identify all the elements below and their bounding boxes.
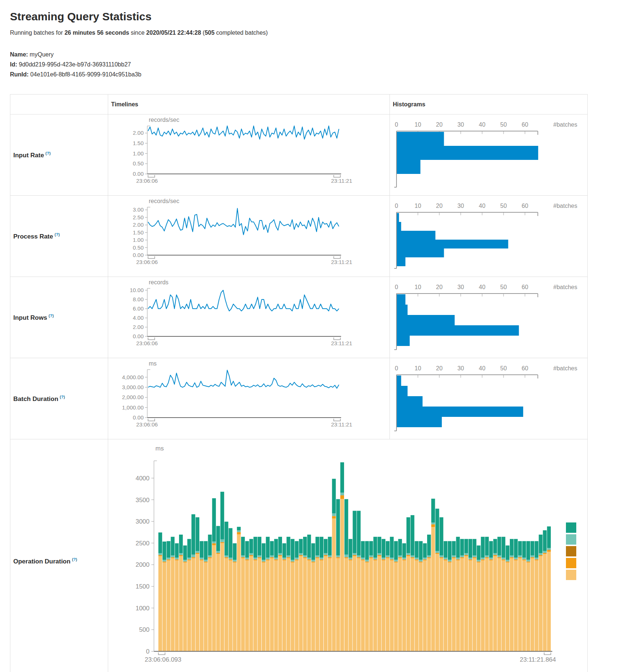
input-rows-row: Input Rows(?) records0.002.004.006.008.0… bbox=[10, 277, 588, 358]
svg-text:0.00: 0.00 bbox=[133, 414, 144, 421]
svg-text:23:06:06: 23:06:06 bbox=[136, 421, 158, 428]
running-batches-summary: Running batches for 26 minutes 56 second… bbox=[10, 30, 615, 36]
svg-text:20: 20 bbox=[436, 284, 443, 290]
svg-text:#batches: #batches bbox=[553, 121, 577, 128]
svg-text:40: 40 bbox=[479, 365, 485, 371]
svg-text:6.00: 6.00 bbox=[133, 305, 144, 312]
statistics-table: Timelines Histograms Input Rate(?) recor… bbox=[10, 94, 588, 672]
process-rate-label-cell: Process Rate(?) bbox=[10, 196, 108, 277]
svg-text:500: 500 bbox=[139, 626, 150, 633]
query-id-value: 9d0dd219-995d-423e-b97d-36931110bb27 bbox=[19, 61, 131, 68]
summary-timestamp: 2020/05/21 22:44:28 bbox=[146, 30, 201, 36]
svg-text:2000: 2000 bbox=[135, 561, 150, 568]
svg-text:1,000.00: 1,000.00 bbox=[122, 404, 144, 411]
input-rows-timeline-cell: records0.002.004.006.008.0010.0023:06:06… bbox=[108, 277, 390, 358]
process-rate-label: Process Rate bbox=[13, 233, 53, 240]
query-id-row: Id: 9d0dd219-995d-423e-b97d-36931110bb27 bbox=[10, 59, 615, 69]
process-rate-help-icon[interactable]: (?) bbox=[55, 232, 60, 237]
svg-text:23:06:06.093: 23:06:06.093 bbox=[145, 656, 181, 663]
summary-prefix: Running batches for bbox=[10, 30, 65, 36]
svg-text:1500: 1500 bbox=[135, 583, 150, 590]
operation-duration-stacked-chart[interactable]: ms0500100015002000250030003500400023:06:… bbox=[110, 442, 587, 672]
process-rate-histogram-chart[interactable]: 0102030405060#batches bbox=[392, 198, 585, 273]
svg-text:30: 30 bbox=[457, 203, 464, 209]
svg-text:23:11:21: 23:11:21 bbox=[331, 178, 352, 184]
operation-duration-label-cell: Operation Duration(?) bbox=[10, 439, 108, 672]
svg-text:10: 10 bbox=[415, 284, 421, 290]
svg-text:10: 10 bbox=[415, 121, 421, 128]
svg-text:1.50: 1.50 bbox=[133, 229, 144, 236]
input-rate-timeline-chart[interactable]: records/sec0.000.501.001.502.0023:06:062… bbox=[110, 116, 354, 192]
operation-duration-help-icon[interactable]: (?) bbox=[72, 557, 77, 562]
input-rate-histogram-chart[interactable]: 0102030405060#batches bbox=[392, 116, 585, 192]
svg-text:0.50: 0.50 bbox=[133, 244, 144, 251]
svg-text:1.00: 1.00 bbox=[133, 150, 144, 157]
svg-text:10: 10 bbox=[415, 365, 421, 371]
svg-text:1000: 1000 bbox=[135, 605, 150, 612]
svg-text:4,000.00: 4,000.00 bbox=[122, 374, 144, 380]
svg-text:60: 60 bbox=[522, 203, 528, 209]
svg-text:#batches: #batches bbox=[553, 284, 577, 290]
batch-duration-timeline-chart[interactable]: ms0.001,000.002,000.003,000.004,000.0023… bbox=[110, 360, 354, 436]
process-rate-timeline-chart[interactable]: records/sec0.000.501.001.502.002.503.002… bbox=[110, 198, 354, 273]
svg-text:30: 30 bbox=[457, 284, 464, 290]
svg-text:4.00: 4.00 bbox=[133, 315, 144, 321]
operation-duration-label: Operation Duration bbox=[13, 558, 71, 565]
operation-duration-chart-cell: ms0500100015002000250030003500400023:06:… bbox=[108, 439, 588, 672]
svg-text:ms: ms bbox=[155, 445, 164, 452]
svg-text:1.50: 1.50 bbox=[133, 140, 144, 146]
legend-swatch-light-teal bbox=[566, 534, 576, 545]
svg-text:30: 30 bbox=[457, 365, 464, 371]
summary-batch-count: 505 bbox=[205, 30, 214, 36]
svg-text:ms: ms bbox=[149, 360, 157, 367]
summary-open-paren: ( bbox=[201, 30, 205, 36]
timelines-column-header: Timelines bbox=[108, 95, 390, 114]
batch-duration-help-icon[interactable]: (?) bbox=[60, 395, 65, 399]
input-rows-histogram-chart[interactable]: 0102030405060#batches bbox=[392, 279, 585, 354]
svg-text:records/sec: records/sec bbox=[149, 117, 179, 123]
summary-mid: since bbox=[129, 30, 146, 36]
svg-text:1.00: 1.00 bbox=[133, 237, 144, 243]
svg-text:40: 40 bbox=[479, 121, 485, 128]
input-rows-histogram-cell: 0102030405060#batches bbox=[390, 277, 588, 358]
svg-text:0: 0 bbox=[395, 203, 398, 209]
query-runid-value: 04e101e6-8bf8-4165-9099-9104c951ba3b bbox=[30, 71, 141, 78]
query-metadata: Name: myQuery Id: 9d0dd219-995d-423e-b97… bbox=[10, 49, 615, 79]
legend-swatch-teal bbox=[566, 522, 576, 533]
batch-duration-timeline-cell: ms0.001,000.002,000.003,000.004,000.0023… bbox=[108, 358, 390, 439]
operation-duration-row: Operation Duration(?) ms0500100015002000… bbox=[10, 439, 588, 672]
input-rate-timeline-cell: records/sec0.000.501.001.502.0023:06:062… bbox=[108, 114, 390, 196]
histograms-column-header: Histograms bbox=[390, 95, 588, 114]
page-title: Streaming Query Statistics bbox=[10, 10, 615, 23]
streaming-query-statistics-page: Streaming Query Statistics Running batch… bbox=[0, 0, 625, 672]
svg-text:10.00: 10.00 bbox=[130, 287, 144, 293]
svg-text:23:06:06: 23:06:06 bbox=[136, 178, 158, 184]
query-runid-row: RunId: 04e101e6-8bf8-4165-9099-9104c951b… bbox=[10, 69, 615, 79]
batch-duration-label-cell: Batch Duration(?) bbox=[10, 358, 108, 439]
svg-text:0: 0 bbox=[395, 284, 398, 290]
legend-swatch-dark-amber bbox=[566, 546, 576, 556]
input-rate-help-icon[interactable]: (?) bbox=[45, 151, 51, 155]
svg-text:0.00: 0.00 bbox=[133, 252, 144, 258]
svg-text:2500: 2500 bbox=[135, 540, 150, 547]
svg-text:10: 10 bbox=[415, 203, 421, 209]
batch-duration-histogram-chart[interactable]: 0102030405060#batches bbox=[392, 360, 585, 436]
query-runid-label: RunId: bbox=[10, 71, 29, 78]
operation-duration-legend bbox=[566, 522, 576, 580]
input-rows-timeline-chart[interactable]: records0.002.004.006.008.0010.0023:06:06… bbox=[110, 279, 354, 354]
svg-text:40: 40 bbox=[479, 284, 485, 290]
svg-text:3500: 3500 bbox=[135, 497, 150, 504]
svg-text:3.00: 3.00 bbox=[133, 206, 144, 213]
svg-text:20: 20 bbox=[436, 365, 443, 371]
svg-text:4000: 4000 bbox=[135, 475, 150, 482]
input-rows-label: Input Rows bbox=[13, 314, 47, 321]
svg-text:0.00: 0.00 bbox=[133, 333, 144, 339]
svg-text:#batches: #batches bbox=[553, 203, 577, 209]
input-rows-help-icon[interactable]: (?) bbox=[49, 313, 54, 318]
svg-text:0.50: 0.50 bbox=[133, 160, 144, 167]
svg-text:60: 60 bbox=[522, 121, 528, 128]
svg-text:8.00: 8.00 bbox=[133, 296, 144, 302]
svg-text:0.00: 0.00 bbox=[133, 171, 144, 177]
svg-text:50: 50 bbox=[500, 203, 507, 209]
query-name-row: Name: myQuery bbox=[10, 49, 615, 59]
